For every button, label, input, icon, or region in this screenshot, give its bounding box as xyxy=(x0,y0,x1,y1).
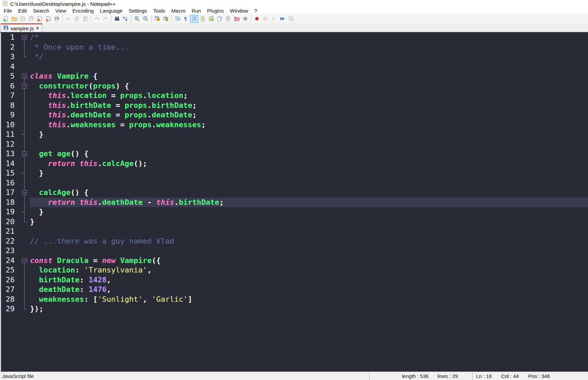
code-text[interactable]: weaknesses: ['Sunlight', 'Garlic'] xyxy=(30,295,588,304)
code-text[interactable]: this.weaknesses = props.weaknesses; xyxy=(30,120,588,130)
folder-as-workspace-icon[interactable] xyxy=(232,15,241,23)
code-text[interactable]: deathDate: 1476, xyxy=(30,285,588,295)
code-text[interactable]: get age() { xyxy=(30,149,588,159)
zoom-out-icon[interactable] xyxy=(141,15,150,23)
word-wrap-icon[interactable] xyxy=(173,15,181,23)
copy-icon[interactable] xyxy=(72,15,81,23)
menu-item-plugins[interactable]: Plugins xyxy=(204,7,227,14)
code-text[interactable]: */ xyxy=(30,52,588,62)
code-text[interactable] xyxy=(30,62,588,72)
menu-item-settings[interactable]: Settings xyxy=(126,7,150,14)
function-list-icon[interactable]: f xyxy=(224,15,232,23)
menu-item-macro[interactable]: Macro xyxy=(168,7,189,14)
line-number: 17 xyxy=(1,188,18,198)
code-text[interactable]: constructor(props) { xyxy=(30,81,588,91)
code-text[interactable]: } xyxy=(30,130,588,139)
fold-collapse-icon[interactable] xyxy=(18,81,30,91)
undo-icon[interactable] xyxy=(93,15,101,23)
macro-play-icon[interactable] xyxy=(270,15,278,23)
cut-icon[interactable]: ✂ xyxy=(64,15,72,23)
zoom-in-icon[interactable] xyxy=(133,15,141,23)
fold-collapse-icon[interactable] xyxy=(18,149,30,159)
code-text[interactable]: } xyxy=(30,168,588,178)
menu-item-encoding[interactable]: Encoding xyxy=(69,7,97,14)
code-line: 28 weaknesses: ['Sunlight', 'Garlic'] xyxy=(1,295,588,304)
menu-item-window[interactable]: Window xyxy=(227,7,251,14)
code-text[interactable]: } xyxy=(30,207,588,217)
fold-margin xyxy=(18,227,30,236)
code-text[interactable]: /* xyxy=(30,33,588,43)
close-icon[interactable] xyxy=(35,15,44,23)
line-number: 10 xyxy=(1,120,18,130)
fold-collapse-icon[interactable] xyxy=(18,256,30,266)
redo-icon[interactable] xyxy=(101,15,110,23)
menu-item-search[interactable]: Search xyxy=(30,7,52,14)
document-map-icon[interactable] xyxy=(207,15,215,23)
line-number: 22 xyxy=(1,236,18,246)
tab-vampire-js[interactable]: vampire.js × xyxy=(1,23,42,32)
menu-item-help[interactable]: ? xyxy=(251,7,260,14)
menu-item-view[interactable]: View xyxy=(52,7,69,14)
find-icon[interactable] xyxy=(113,15,121,23)
fold-margin xyxy=(18,275,30,285)
fold-margin xyxy=(18,178,30,188)
macro-record-icon[interactable] xyxy=(252,15,261,23)
code-text[interactable]: const Dracula = new Vampire({ xyxy=(30,256,588,266)
code-text[interactable] xyxy=(30,178,588,188)
code-line: 27 deathDate: 1476, xyxy=(1,285,588,295)
document-switcher-icon[interactable] xyxy=(215,15,224,23)
macro-save-icon[interactable] xyxy=(287,15,295,23)
code-text[interactable]: }); xyxy=(30,304,588,314)
fold-collapse-icon[interactable] xyxy=(18,71,30,81)
menu-item-file[interactable]: File xyxy=(1,7,15,14)
status-lines: lines : 29 xyxy=(437,373,458,379)
editor[interactable]: 1/*2 * Once upon a time...3 */45class Va… xyxy=(0,33,588,371)
tab-label: vampire.js xyxy=(11,26,34,31)
print-icon[interactable] xyxy=(52,15,61,23)
replace-icon[interactable]: ba xyxy=(121,15,130,23)
sync-horizontal-scroll-icon[interactable] xyxy=(161,15,170,23)
code-text[interactable]: return this.deathDate - this.birthDate; xyxy=(30,198,588,208)
fold-collapse-icon[interactable] xyxy=(18,188,30,198)
fold-margin xyxy=(18,43,30,52)
code-text[interactable]: calcAge() { xyxy=(30,188,588,198)
fold-margin xyxy=(18,198,30,208)
show-indent-guide-icon[interactable] xyxy=(190,15,198,23)
save-icon[interactable] xyxy=(18,15,27,23)
define-language-icon[interactable] xyxy=(198,15,207,23)
menu-item-language[interactable]: Language xyxy=(97,7,126,14)
menu-item-tools[interactable]: Tools xyxy=(150,7,168,14)
window-title: C:\Users\luxa\Desktop\vampire.js - Notep… xyxy=(10,1,115,7)
open-file-icon[interactable] xyxy=(10,15,18,23)
fold-collapse-icon[interactable] xyxy=(18,33,30,43)
show-all-characters-icon[interactable]: ¶ xyxy=(181,15,190,23)
code-text[interactable]: return this.calcAge(); xyxy=(30,159,588,169)
save-all-icon[interactable] xyxy=(27,15,35,23)
macro-run-multiple-icon[interactable] xyxy=(278,15,287,23)
sync-vertical-scroll-icon[interactable] xyxy=(153,15,161,23)
code-text[interactable] xyxy=(30,227,588,236)
fold-margin xyxy=(18,246,30,256)
menu-item-edit[interactable]: Edit xyxy=(15,7,30,14)
close-all-icon[interactable] xyxy=(44,15,52,23)
code-text[interactable]: * Once upon a time... xyxy=(30,43,588,52)
code-text[interactable]: this.location = props.location; xyxy=(30,91,588,101)
monitoring-icon[interactable] xyxy=(241,15,249,23)
menu-item-run[interactable]: Run xyxy=(189,7,204,14)
code-text[interactable]: class Vampire { xyxy=(30,71,588,81)
code-text[interactable]: location: 'Transylvania', xyxy=(30,265,588,275)
paste-icon[interactable] xyxy=(81,15,89,23)
code-text[interactable]: this.deathDate = props.deathDate; xyxy=(30,110,588,120)
toolbar-separator xyxy=(131,15,131,22)
code-text[interactable]: this.birthDate = props.birthDate; xyxy=(30,101,588,111)
macro-stop-icon[interactable] xyxy=(261,15,270,23)
toolbar-separator xyxy=(111,15,111,22)
code-text[interactable]: } xyxy=(30,217,588,227)
code-text[interactable]: // ...there was a guy named Vlad xyxy=(30,236,588,246)
code-text[interactable] xyxy=(30,139,588,149)
code-text[interactable] xyxy=(30,246,588,256)
new-file-icon[interactable] xyxy=(1,15,10,23)
code-text[interactable]: birthDate: 1428, xyxy=(30,275,588,285)
tab-close-icon[interactable]: × xyxy=(36,26,39,30)
status-caret-position: Ln : 18 Col : 44 Pos : 348 xyxy=(472,372,588,380)
